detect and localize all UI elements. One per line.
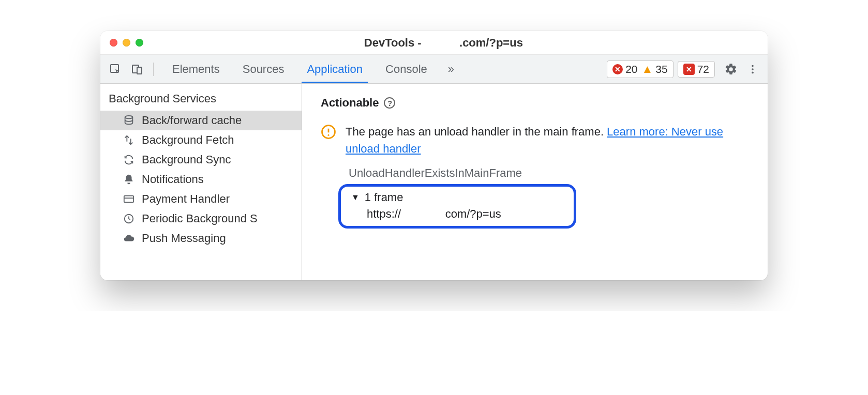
sidebar-item-label: Push Messaging (142, 232, 226, 245)
window-controls (110, 39, 143, 47)
zoom-window-button[interactable] (136, 39, 143, 47)
sidebar-item-push-messaging[interactable]: Push Messaging (100, 229, 302, 248)
panel-body: Background Services Back/forward cache B… (100, 84, 768, 280)
svg-rect-7 (124, 196, 133, 203)
sidebar-item-periodic-sync[interactable]: Periodic Background S (100, 209, 302, 229)
svg-point-5 (752, 71, 754, 73)
svg-point-3 (752, 65, 754, 67)
sidebar-item-label: Notifications (142, 173, 204, 186)
help-icon[interactable]: ? (384, 97, 395, 109)
svg-point-11 (328, 134, 330, 136)
console-status-pill[interactable]: ✕ 20 ▲ 35 (607, 60, 674, 78)
issues-count: 72 (697, 63, 709, 75)
sidebar-item-notifications[interactable]: Notifications (100, 170, 302, 189)
tab-label: Sources (243, 63, 285, 76)
frame-url-suffix: com/?p=us (445, 207, 501, 220)
tab-sources[interactable]: Sources (231, 55, 296, 83)
issues-icon: ✕ (683, 64, 695, 75)
window-title-suffix: .com/?p=us (459, 36, 523, 49)
transfer-icon (122, 134, 136, 146)
reason-code: UnloadHandlerExistsInMainFrame (349, 166, 749, 180)
settings-button[interactable] (722, 60, 740, 78)
warning-count: 35 (655, 63, 667, 75)
diagnostic-message: The page has an unload handler in the ma… (346, 125, 607, 138)
warning-circle-icon (321, 124, 336, 143)
sync-icon (122, 154, 136, 165)
diagnostic-row: The page has an unload handler in the ma… (321, 123, 749, 157)
tab-label: Console (385, 63, 427, 76)
more-menu-button[interactable] (744, 60, 761, 78)
diagnostic-text: The page has an unload handler in the ma… (346, 123, 749, 157)
application-sidebar: Background Services Back/forward cache B… (100, 84, 302, 280)
error-icon: ✕ (612, 64, 623, 74)
sidebar-item-label: Back/forward cache (142, 114, 242, 127)
close-window-button[interactable] (110, 39, 117, 47)
error-count: 20 (625, 63, 637, 75)
tab-label: Elements (172, 63, 220, 76)
sidebar-item-bfcache[interactable]: Back/forward cache (100, 111, 302, 130)
inspect-element-icon[interactable] (107, 60, 124, 78)
frame-count-label: 1 frame (365, 191, 403, 204)
sidebar-section-title: Background Services (100, 88, 302, 111)
sidebar-item-label: Periodic Background S (142, 212, 258, 225)
credit-card-icon (122, 193, 136, 205)
devtools-window: DevTools - .com/?p=us Elements Sources A… (100, 31, 768, 280)
frame-url: https:// com/?p=us (351, 204, 563, 221)
tab-label: Application (307, 63, 363, 76)
tab-application[interactable]: Application (295, 55, 374, 83)
more-tabs-glyph: » (448, 63, 454, 75)
device-toggle-icon[interactable] (128, 60, 146, 78)
disclosure-triangle-icon: ▼ (351, 193, 360, 202)
section-heading: Actionable (321, 96, 379, 110)
svg-rect-2 (137, 67, 142, 74)
cloud-icon (122, 233, 136, 244)
sidebar-item-label: Background Fetch (142, 133, 234, 147)
frame-url-prefix: https:// (367, 207, 401, 220)
sidebar-item-background-sync[interactable]: Background Sync (100, 150, 302, 170)
more-tabs-button[interactable]: » (443, 63, 459, 76)
database-icon (122, 115, 136, 126)
bfcache-panel: Actionable ? The page has an unload hand… (302, 84, 768, 280)
frames-highlight-box: ▼ 1 frame https:// com/?p=us (338, 184, 576, 229)
tab-elements[interactable]: Elements (161, 55, 231, 83)
issues-pill[interactable]: ✕ 72 (678, 61, 715, 78)
svg-point-6 (125, 116, 133, 119)
clock-icon (122, 213, 136, 224)
bell-icon (122, 174, 136, 185)
sidebar-item-label: Payment Handler (142, 192, 230, 206)
window-titlebar: DevTools - .com/?p=us (100, 31, 768, 55)
svg-point-4 (752, 68, 754, 70)
sidebar-item-label: Background Sync (142, 153, 231, 166)
sidebar-item-background-fetch[interactable]: Background Fetch (100, 130, 302, 150)
warning-icon: ▲ (642, 63, 653, 76)
sidebar-item-payment-handler[interactable]: Payment Handler (100, 189, 302, 209)
window-title-prefix: DevTools - (364, 36, 425, 49)
minimize-window-button[interactable] (123, 39, 130, 47)
frames-disclosure[interactable]: ▼ 1 frame (351, 191, 563, 204)
toolbar-divider (153, 63, 154, 76)
section-heading-row: Actionable ? (321, 96, 749, 110)
